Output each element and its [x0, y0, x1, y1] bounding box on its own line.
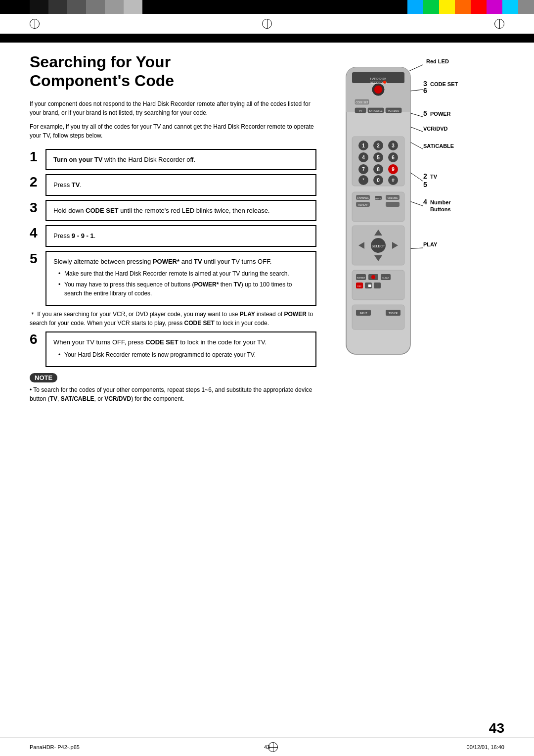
- svg-text:TV/VCR: TV/VCR: [389, 312, 398, 315]
- satcable-label: SAT/CABLE: [423, 143, 454, 149]
- color-block-4: [86, 0, 105, 14]
- note-box: NOTE • To search for the codes of your o…: [30, 373, 316, 403]
- svg-text:0: 0: [377, 178, 380, 183]
- main-content: Searching for Your Component's Code If y…: [0, 43, 534, 413]
- color-block-3: [67, 0, 86, 14]
- hdr-label-text: HARD DISK: [370, 77, 387, 80]
- play-label: PLAY: [423, 241, 438, 247]
- step-3-bold: CODE SET: [86, 207, 118, 214]
- step-5-power: POWER*: [153, 258, 179, 265]
- step-6-number: 6: [30, 332, 45, 346]
- asterisk-note: ＊ If you are searching for your VCR, or …: [30, 310, 316, 328]
- color-block-ltcyan: [502, 0, 518, 14]
- left-column: Searching for Your Component's Code If y…: [30, 52, 316, 403]
- svg-text:4: 4: [362, 155, 365, 160]
- tv-label: TV: [430, 174, 438, 180]
- red-led-dot: [383, 81, 386, 84]
- footer-left: PanaHDR- P42-.p65: [30, 744, 80, 750]
- step-2: 2 Press TV.: [30, 174, 316, 196]
- svg-text:⏸: ⏸: [375, 284, 379, 288]
- svg-text:CHANNEL: CHANNEL: [357, 196, 369, 199]
- color-block-orange: [455, 0, 471, 14]
- step-5: 5 Slowly alternate between pressing POWE…: [30, 251, 316, 306]
- remote-illustration: HARD DISK RECORDER CODE SET TV SAT/CABLE…: [331, 52, 460, 361]
- buttons-label: Buttons: [430, 206, 451, 212]
- note-label: NOTE: [30, 373, 57, 382]
- step-5-tv: TV: [194, 258, 202, 265]
- red-led-label: Red LED: [426, 58, 449, 64]
- intro-paragraph-1: If your component does not respond to th…: [30, 99, 316, 117]
- svg-text:1: 1: [362, 143, 365, 148]
- play-dot: [371, 275, 375, 279]
- step-4-number: 4: [30, 226, 45, 240]
- vol-dn-btn: [386, 202, 400, 207]
- step-6-box: When your TV turns OFF, press CODE SET t…: [45, 331, 316, 367]
- step-1-box: Turn on your TV with the Hard Disk Recor…: [45, 149, 316, 171]
- power-num-label: 5: [423, 109, 427, 117]
- svg-text:VCR/DVD: VCR/DVD: [388, 109, 400, 112]
- color-block-2: [48, 0, 67, 14]
- step-3: 3 Hold down CODE SET until the remote's …: [30, 200, 316, 222]
- color-block-green: [423, 0, 439, 14]
- step-1-number: 1: [30, 150, 45, 164]
- top-color-bar: [0, 0, 534, 14]
- svg-text:CODE SET: CODE SET: [356, 101, 368, 104]
- step-4-bold: 9 - 9 - 1: [72, 232, 94, 239]
- step-5-bullet-1: Make sure that the Hard Disk Recorder re…: [58, 269, 309, 278]
- tv-num-label: 2: [423, 172, 427, 180]
- number-label: Number: [430, 199, 451, 205]
- step-3-number: 3: [30, 201, 45, 215]
- color-blocks-right: [407, 0, 534, 14]
- svg-text:7: 7: [362, 167, 365, 172]
- footer-center-page: 43: [264, 744, 270, 750]
- reg-mark-left: [30, 19, 40, 29]
- color-block-gray: [518, 0, 534, 14]
- bottom-btn-area: [352, 305, 404, 330]
- step-6-bullets: Your Hard Disk Recorder remote is now pr…: [58, 350, 309, 359]
- svg-text:SAT/CABLE: SAT/CABLE: [369, 109, 383, 112]
- color-block-magenta: [487, 0, 502, 14]
- svg-text:INPUT: INPUT: [360, 312, 367, 315]
- svg-text:INSTANT: INSTANT: [357, 277, 365, 279]
- step-1-text-bold: Turn on your TV: [53, 156, 102, 163]
- svg-text:9: 9: [392, 167, 395, 172]
- step-6-code-set: CODE SET: [145, 338, 178, 346]
- step-2-bold: TV: [72, 181, 80, 189]
- step-3-box: Hold down CODE SET until the remote's re…: [45, 200, 316, 222]
- step-2-box: Press TV.: [45, 174, 316, 196]
- svg-text:VOLUME: VOLUME: [387, 196, 398, 199]
- color-block-cyan: [407, 0, 423, 14]
- color-block-6: [124, 0, 142, 14]
- right-column: HARD DISK RECORDER CODE SET TV SAT/CABLE…: [331, 52, 470, 403]
- svg-text:3: 3: [392, 143, 395, 148]
- top-registration-row: [0, 14, 534, 34]
- color-block-red: [471, 0, 487, 14]
- svg-text:2: 2: [377, 143, 380, 148]
- number-num-label: 4: [423, 198, 427, 206]
- step-5-bullet-2: You may have to press this sequence of b…: [58, 280, 309, 298]
- step-5-box: Slowly alternate between pressing POWER*…: [45, 251, 316, 306]
- stop-icon: [368, 284, 371, 287]
- color-block-yellow: [439, 0, 455, 14]
- svg-text:SELECT: SELECT: [371, 244, 385, 248]
- code-set-sub-label: 6: [423, 87, 427, 94]
- step-6: 6 When your TV turns OFF, press CODE SET…: [30, 331, 316, 367]
- power-label: POWER: [430, 111, 451, 117]
- svg-text:REPLAY: REPLAY: [358, 203, 368, 206]
- color-block-1: [30, 0, 48, 14]
- svg-text:*: *: [362, 178, 364, 183]
- step-2-number: 2: [30, 175, 45, 189]
- svg-text:5: 5: [377, 155, 380, 160]
- code-set-label: CODE SET: [430, 81, 458, 87]
- reg-mark-center: [262, 19, 272, 29]
- remote-svg: HARD DISK RECORDER CODE SET TV SAT/CABLE…: [331, 52, 460, 359]
- step-4-box: Press 9 - 9 - 1.: [45, 225, 316, 247]
- svg-text:6: 6: [392, 155, 395, 160]
- note-text: • To search for the codes of your other …: [30, 385, 316, 403]
- footer: PanaHDR- P42-.p65 43 00/12/01, 16:40: [0, 738, 534, 756]
- step-5-number: 5: [30, 252, 45, 266]
- intro-paragraph-2: For example, if you try all of the codes…: [30, 122, 316, 140]
- svg-text:8: 8: [377, 167, 380, 172]
- color-block-5: [105, 0, 124, 14]
- page-title: Searching for Your Component's Code: [30, 52, 316, 91]
